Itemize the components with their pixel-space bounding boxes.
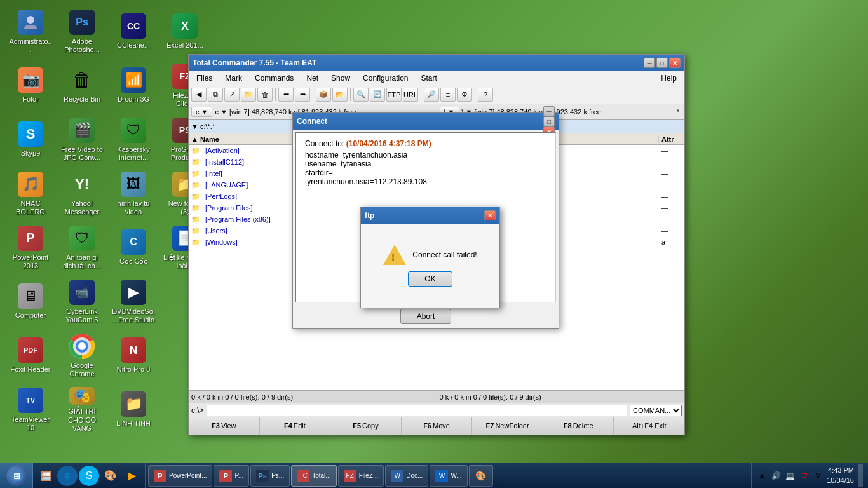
tc-menu-net[interactable]: Net: [301, 72, 323, 84]
tc-toolbar-newfolder[interactable]: 📁: [241, 88, 256, 102]
tc-menu-help[interactable]: Help: [656, 72, 682, 84]
tc-f4-edit-button[interactable]: F4 Edit: [260, 417, 331, 435]
desktop-icon-nhac[interactable]: 🎵 NHAC BOLERO: [6, 168, 55, 219]
tc-toolbar-sync[interactable]: 🔄: [370, 88, 385, 102]
desktop-icon-freevideo[interactable]: 🎬 Free Video to JPG Conv...: [58, 114, 106, 165]
tc-toolbar-find[interactable]: 🔎: [424, 88, 439, 102]
tc-toolbar-url[interactable]: URL: [403, 88, 418, 102]
tc-toolbar-btn2[interactable]: ➡: [295, 88, 310, 102]
tc-f3-view-button[interactable]: F3 View: [189, 417, 260, 435]
desktop-icon-administrator[interactable]: Administrato...: [6, 6, 55, 57]
tc-command-dropdown[interactable]: COMMAN...: [630, 405, 682, 416]
tc-toolbar-delete[interactable]: 🗑: [257, 88, 273, 102]
desktop-icon-nitro[interactable]: N Nitro Pro 8: [109, 330, 158, 381]
connect-abort-button[interactable]: Abort: [400, 309, 451, 324]
taskbar-tc-button[interactable]: TC Total...: [291, 465, 336, 487]
taskbar-pp-button2[interactable]: P P...: [214, 465, 249, 487]
tc-toolbar-ftp[interactable]: FTP: [386, 88, 402, 102]
ftp-titlebar[interactable]: ftp ✕: [361, 207, 499, 224]
taskbar-ps-button[interactable]: Ps Ps...: [250, 465, 290, 487]
tc-toolbar-misc2[interactable]: ⚙: [457, 88, 472, 102]
systray-network-icon[interactable]: 💻: [785, 471, 795, 481]
taskbar-show-desktop-button[interactable]: [858, 464, 863, 487]
quicklaunch-media[interactable]: ▶: [122, 466, 142, 486]
tc-toolbar-unzip[interactable]: 📂: [332, 88, 348, 102]
taskbar-powerpoint-button[interactable]: P PowerPoint...: [148, 465, 212, 487]
quicklaunch-ie[interactable]: e: [57, 466, 78, 486]
desktop-icon-kaspersky[interactable]: 🛡 Kaspersky Internet...: [109, 114, 158, 165]
tc-menu-configuration[interactable]: Configuration: [358, 72, 413, 84]
taskbar-clock[interactable]: 4:43 PM 10/04/16: [827, 466, 854, 485]
tc-toolbar-back[interactable]: ◀: [191, 88, 207, 102]
tc-close-button[interactable]: ✕: [669, 58, 681, 68]
tc-toolbar-search[interactable]: 🔍: [353, 88, 369, 102]
connect-startdir-line: startdir=: [305, 168, 546, 177]
desktop-icon-adobe[interactable]: Ps Adobe Photosho...: [58, 6, 106, 57]
quicklaunch-show-desktop[interactable]: 🪟: [36, 466, 56, 486]
connect-minimize-button[interactable]: ─: [543, 106, 555, 116]
tc-left-drive-c[interactable]: c ▼: [191, 107, 212, 117]
tc-maximize-button[interactable]: □: [656, 58, 668, 68]
desktop-icon-antoan[interactable]: 🛡 An toàn gi dich tải ch...: [58, 222, 106, 273]
systray-misc-icon[interactable]: V: [813, 471, 823, 481]
desktop-icon-teamviewer[interactable]: TV TeamViewer 10: [6, 384, 55, 435]
quicklaunch-color[interactable]: 🎨: [100, 466, 121, 486]
connect-titlebar[interactable]: Connect ─ □ ✕: [293, 113, 559, 130]
tc-titlebar[interactable]: Total Commander 7.55 - Team EAT ─ □ ✕: [189, 55, 684, 71]
ftp-close-button[interactable]: ✕: [484, 210, 496, 220]
tc-f7-newfolder-button[interactable]: F7 NewFolder: [472, 417, 543, 435]
desktop-icon-computer[interactable]: 🖥 Computer: [6, 276, 55, 327]
tc-menu-mark[interactable]: Mark: [220, 72, 247, 84]
desktop-icon-recycle[interactable]: 🗑 Recycle Bin: [58, 60, 106, 111]
tc-menu-show[interactable]: Show: [326, 72, 355, 84]
start-button[interactable]: ⊞: [0, 463, 33, 489]
desktop-icon-linhtinh[interactable]: 📁 LINH TINH: [109, 384, 158, 435]
dcom-label: D-com 3G: [118, 95, 149, 104]
desktop-icon-foxit[interactable]: PDF Foxit Reader: [6, 330, 55, 381]
desktop-icon-powerpoint[interactable]: P PowerPoint 2013: [6, 222, 55, 273]
tc-menu-files[interactable]: Files: [191, 72, 217, 84]
taskbar-word-button[interactable]: W W...: [430, 465, 467, 487]
tc-menu-start[interactable]: Start: [416, 72, 442, 84]
systray-antivirus-icon[interactable]: 🛡: [799, 471, 809, 481]
desktop-icon-hinhlaytu[interactable]: 🖼 hình lay tu video: [109, 168, 158, 219]
ftp-ok-button[interactable]: OK: [408, 271, 452, 287]
desktop-icon-excel[interactable]: X Excel 201...: [161, 6, 209, 57]
tc-minimize-button[interactable]: ─: [644, 58, 655, 68]
kaspersky-label: Kaspersky Internet...: [112, 146, 155, 162]
taskbar-doc-button[interactable]: W Doc...: [385, 465, 428, 487]
desktop-icon-yahoo[interactable]: Y! Yahoo! Messenger: [58, 168, 106, 219]
desktop-icon-ccleaner[interactable]: CC CCleane...: [109, 6, 158, 57]
tc-menu-commands[interactable]: Commands: [250, 72, 299, 84]
tc-toolbar-copy[interactable]: ⧉: [208, 88, 223, 102]
tc-f6-move-button[interactable]: F6 Move: [402, 417, 473, 435]
taskbar-paint-button[interactable]: 🎨: [469, 465, 493, 487]
giaitri-label: GIẢI TRÍ CHO CO VANG: [60, 407, 104, 433]
tc-right-col-attr[interactable]: Attr: [659, 135, 684, 143]
desktop-icon-skype[interactable]: S Skype: [6, 114, 55, 165]
tc-toolbar-btn1[interactable]: ⬅: [278, 88, 294, 102]
desktop-icon-cyberlink[interactable]: 📹 CyberLink YouCam 5: [58, 276, 106, 327]
tc-toolbar-move[interactable]: ↗: [224, 88, 240, 102]
tc-toolbar-misc[interactable]: ≡: [440, 88, 456, 102]
taskbar-fz-button[interactable]: FZ FileZ...: [338, 465, 384, 487]
quicklaunch-skype[interactable]: S: [79, 466, 99, 486]
tc-f5-copy-button[interactable]: F5 Copy: [330, 417, 402, 435]
desktop-icon-fotor[interactable]: 📷 Fotor: [6, 60, 55, 111]
tc-toolbar-help[interactable]: ?: [478, 88, 493, 102]
tc-toolbar-zip[interactable]: 📦: [316, 88, 331, 102]
connect-dialog-title: Connect: [297, 117, 543, 126]
systray-expand-button[interactable]: ▲: [757, 471, 767, 481]
desktop-icon-dcom[interactable]: 📶 D-com 3G: [109, 60, 158, 111]
desktop-icon-giaitri[interactable]: 🎭 GIẢI TRÍ CHO CO VANG: [58, 384, 106, 435]
dvdvideo-label: DVDVideoSo... Free Studio: [112, 308, 155, 324]
tc-f8-delete-button[interactable]: F8 Delete: [543, 417, 614, 435]
tc-command-input[interactable]: [207, 405, 627, 416]
desktop-icon-coccoc[interactable]: C Cốc Cốc: [109, 222, 158, 273]
systray-volume-icon[interactable]: 🔊: [771, 471, 781, 481]
tc-altf4-exit-button[interactable]: Alt+F4 Exit: [614, 417, 684, 435]
desktop-icon-chrome[interactable]: Google Chrome: [58, 330, 106, 381]
connect-maximize-button[interactable]: □: [543, 116, 555, 126]
taskbar-time: 4:43 PM: [827, 466, 854, 475]
desktop-icon-dvdvideo[interactable]: ▶ DVDVideoSo... Free Studio: [109, 276, 158, 327]
